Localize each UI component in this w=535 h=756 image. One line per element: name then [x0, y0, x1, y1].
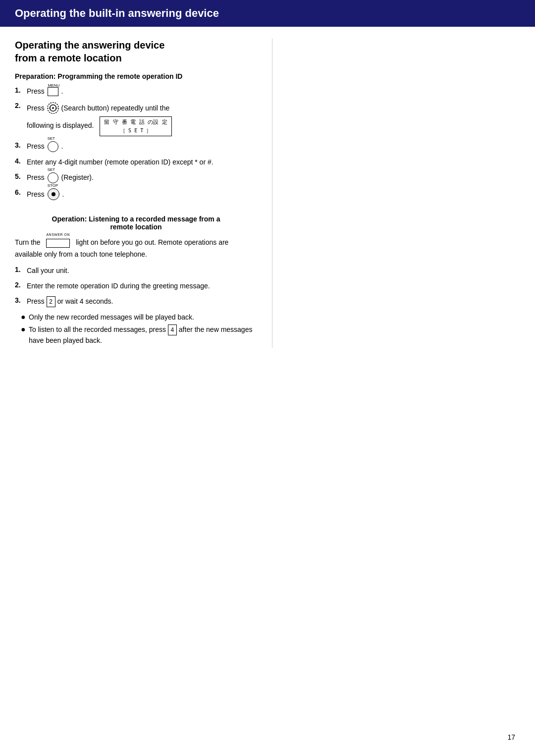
answer-on-indicator: ANSWER ON [46, 237, 70, 248]
step-4: 4. Enter any 4-digit number (remote oper… [15, 157, 257, 167]
svg-point-2 [52, 107, 54, 109]
step-3: 3. Press SET . [15, 141, 257, 152]
op-step-2: 2. Enter the remote operation ID during … [15, 281, 257, 291]
key-2: 2 [47, 296, 55, 307]
page-header: Operating the built-in answering device [0, 0, 535, 27]
turn-light-on-text: Turn the ANSWER ON light on before you g… [15, 237, 257, 260]
op-step-1: 1. Call your unit. [15, 266, 257, 276]
section-title: Operating the answering device from a re… [15, 39, 257, 64]
step-6: 6. Press STOP . [15, 188, 257, 200]
display-box: 留 守 番 電 話 の設 定 ［ S E T ］ [100, 116, 172, 136]
step-1: 1. Press MENU . [15, 86, 257, 97]
search-button-icon: ◁ ▷ [47, 102, 59, 114]
stop-button-icon: STOP [48, 188, 59, 200]
preparation-heading: Preparation: Programming the remote oper… [15, 72, 257, 80]
menu-button-icon: MENU [48, 87, 58, 96]
key-4: 4 [168, 324, 177, 335]
page-title: Operating the built-in answering device [15, 7, 219, 19]
right-column [272, 39, 510, 348]
bullet-1: ● Only the new recorded messages will be… [21, 312, 257, 323]
step-5: 5. Press SET (Register). [15, 172, 257, 183]
operation-heading: Operation: Listening to a recorded messa… [15, 215, 257, 231]
set-button-register-icon: SET [48, 172, 58, 183]
op-step-3: 3. Press 2 or wait 4 seconds. [15, 296, 257, 307]
step-2: 2. Press ◁ ▷ (Search butt [15, 102, 257, 136]
set-button-icon: SET [48, 141, 58, 152]
page-number: 17 [507, 733, 515, 741]
bullet-2: ● To listen to all the recorded messages… [21, 324, 257, 346]
